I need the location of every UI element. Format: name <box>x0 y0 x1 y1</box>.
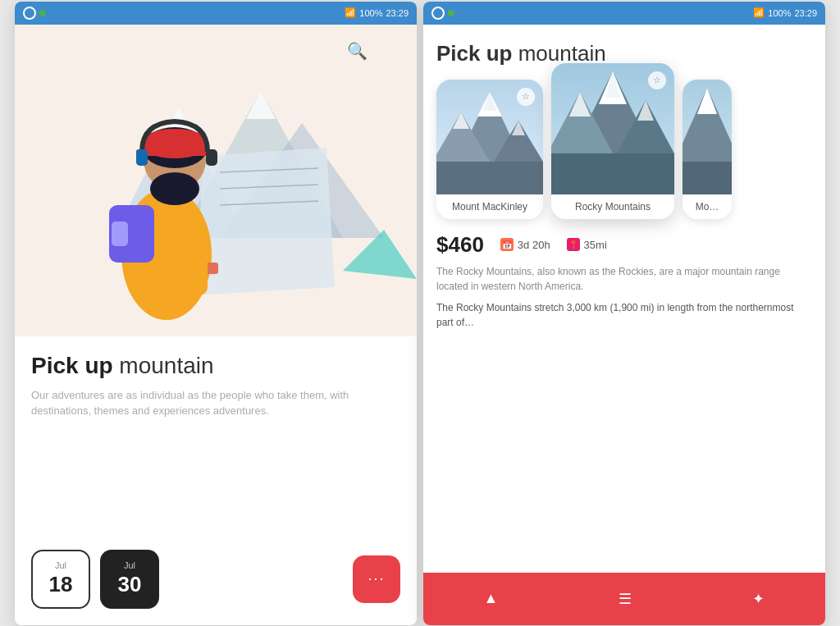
mountain-img-1: ☆ <box>436 80 543 194</box>
search-icon[interactable]: 🔍 <box>347 41 368 61</box>
phone-1: 📶 100% 23:29 🔍 <box>15 2 417 625</box>
start-month: Jul <box>55 560 66 570</box>
title-light: mountain <box>113 353 214 378</box>
mountain-card-label-2: Rocky Mountains <box>551 194 674 219</box>
description-1: The Rocky Mountains, also known as the R… <box>436 264 812 294</box>
nav-home-button[interactable]: ▲ <box>484 590 499 607</box>
svg-rect-42 <box>551 153 674 194</box>
svg-rect-46 <box>682 162 732 194</box>
detail-section: $460 📅 3d 20h 📍 35mi The Rocky Mountains… <box>436 232 812 573</box>
hero-svg <box>15 25 417 336</box>
date-row: Jul 18 Jul 30 ··· <box>31 550 400 609</box>
status-right-icons: 📶 100% 23:29 <box>345 7 409 18</box>
bookmark-icon-1[interactable]: ☆ <box>517 88 535 106</box>
status-left-icons-2 <box>431 7 454 20</box>
date-card-start[interactable]: Jul 18 <box>31 550 90 609</box>
nav-list-icon: ☰ <box>619 590 632 608</box>
subtitle: Our adventures are as individual as the … <box>31 387 400 419</box>
end-day: 30 <box>118 572 142 597</box>
svg-rect-22 <box>112 222 128 246</box>
green-dot-icon-2 <box>448 10 454 16</box>
bookmark-icon-2[interactable]: ☆ <box>648 71 666 89</box>
more-btn-label: ··· <box>368 570 385 587</box>
mountain-card-label-1: Mount MacKinley <box>436 194 543 219</box>
price-row: $460 📅 3d 20h 📍 35mi <box>436 232 812 258</box>
green-dot-icon <box>39 10 46 16</box>
more-button[interactable]: ··· <box>353 555 400 603</box>
status-left-icons <box>23 7 46 20</box>
mountain-cards-row: ☆ Mount MacKinley <box>436 80 812 219</box>
status-bar-2: 📶 100% 23:29 <box>423 2 825 25</box>
svg-rect-33 <box>436 162 543 194</box>
phone-2: 📶 100% 23:29 Pick up mountain <box>423 2 825 625</box>
hero-image: 🔍 <box>15 25 417 336</box>
mountain-img-3 <box>682 80 732 194</box>
battery-text: 100% <box>359 8 382 18</box>
price-text: $460 <box>436 232 484 258</box>
location-icon: 📍 <box>567 238 580 251</box>
nav-profile-button[interactable]: ✦ <box>752 590 765 608</box>
date-card-end[interactable]: Jul 30 <box>100 550 159 609</box>
mountain-card-label-3: Mo… <box>682 194 732 219</box>
nav-profile-icon: ✦ <box>752 590 765 608</box>
svg-rect-15 <box>140 144 209 156</box>
end-month: Jul <box>124 560 135 570</box>
bottom-nav-bar: ▲ ☰ ✦ <box>423 573 825 625</box>
svg-rect-18 <box>206 149 217 166</box>
wifi-icon-2: 📶 <box>753 7 765 18</box>
phone2-title-light: mountain <box>512 41 605 66</box>
wifi-icon: 📶 <box>345 7 356 18</box>
description-2: The Rocky Mountains stretch 3,000 km (1,… <box>436 300 812 330</box>
phone1-body: Pick up mountain Our adventures are as i… <box>15 336 417 625</box>
phone2-body: Pick up mountain <box>423 25 825 573</box>
status-right-icons-2: 📶 100% 23:29 <box>753 7 817 18</box>
mountain-card-3[interactable]: Mo… <box>682 80 732 219</box>
mountain-svg-3 <box>682 80 732 194</box>
svg-rect-19 <box>136 149 148 166</box>
mountain-card-1[interactable]: ☆ Mount MacKinley <box>436 80 543 219</box>
status-circle-icon <box>23 7 36 20</box>
svg-point-20 <box>150 172 199 205</box>
time-text: 23:29 <box>386 8 409 18</box>
phone2-title-bold: Pick up <box>436 41 512 66</box>
svg-rect-24 <box>191 230 208 295</box>
time-text-2: 23:29 <box>794 8 817 18</box>
mountain-img-2: ☆ <box>551 63 674 194</box>
nav-list-button[interactable]: ☰ <box>619 590 632 608</box>
stat-duration: 📅 3d 20h <box>500 238 550 251</box>
battery-text-2: 100% <box>768 8 791 18</box>
title-bold: Pick up <box>31 353 113 378</box>
status-bar-1: 📶 100% 23:29 <box>15 2 417 25</box>
nav-home-icon: ▲ <box>484 590 499 607</box>
duration-value: 3d 20h <box>518 239 550 251</box>
calendar-icon: 📅 <box>500 238 514 251</box>
phone1-title: Pick up mountain <box>31 353 400 379</box>
distance-value: 35mi <box>584 239 607 251</box>
stat-distance: 📍 35mi <box>567 238 607 251</box>
start-day: 18 <box>49 572 73 597</box>
status-circle-icon-2 <box>431 7 445 20</box>
mountain-card-2[interactable]: ☆ Rocky Mountains <box>551 63 674 219</box>
